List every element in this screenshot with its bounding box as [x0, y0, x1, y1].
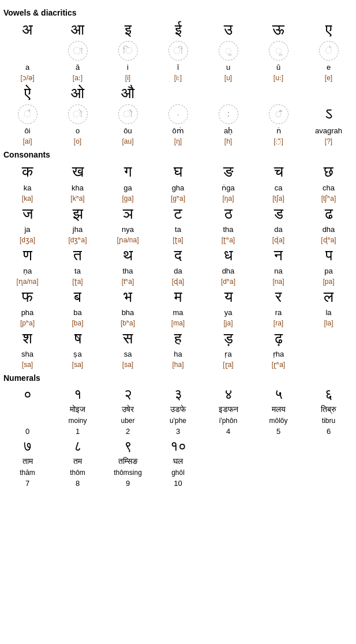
- vowel-roman: ṅ: [253, 125, 303, 136]
- consonant-row-3-dev: ण त थ द ध न प: [2, 245, 354, 265]
- consonant-row-2-phonetic: [dʒa] [dʒʰa] [ɲa/na] [ʈa] [ʈʰa] [ɖa] [ɖʰ…: [2, 235, 354, 245]
- vowel-cell: ए: [303, 20, 354, 40]
- vowel-row-2-dev: ऐ ओ औ: [2, 83, 354, 103]
- vowel-roman: a: [2, 62, 53, 73]
- vowels-section: Vowels & diacritics अ आ इ ई उ ऊ ए া ि ी …: [2, 8, 354, 147]
- vowel-diacritic: ू: [253, 40, 303, 62]
- vowel-diacritic: ै: [2, 103, 53, 125]
- vowel-phonetic: [u]: [203, 73, 253, 83]
- vowel-diacritic: ु: [203, 40, 253, 62]
- consonant-row-2-dev: ज झ ञ ट ठ ड ढ: [2, 204, 354, 224]
- vowel-cell: ओ: [53, 83, 103, 103]
- vowel-diacritic: ऽ: [303, 103, 354, 125]
- vowel-phonetic: [ai]: [2, 136, 53, 147]
- vowel-roman: ī: [153, 62, 203, 73]
- vowel-cell: इ: [103, 20, 153, 40]
- vowel-roman: ā: [53, 62, 103, 73]
- vowel-row-1-diac: া ि ी ु ू े: [2, 40, 354, 62]
- vowel-diacritic: ∶: [203, 103, 253, 125]
- consonants-table: क ख ग घ ङ च छ ka kha ga gha ṅga ca cha […: [2, 162, 354, 370]
- consonant-row-1-dev: क ख ग घ ङ च छ: [2, 162, 354, 182]
- vowel-cell: [303, 83, 354, 103]
- numeral-row-1-word-dev: मोइज उषेर उडफे इडफन मलय तिब्रु: [2, 403, 354, 415]
- vowel-cell: [203, 83, 253, 103]
- consonant-row-1-phonetic: [ka] [kʰa] [ga] [gʰa] [ŋa] [tʃa] [tʃʰa]: [2, 193, 354, 204]
- vowel-phonetic: [e]: [303, 73, 354, 83]
- vowel-diacritic: ो: [53, 103, 103, 125]
- numerals-section: Numerals ० १ २ ३ ४ ५ ६ मोइज उषेर उडफे इड…: [2, 373, 354, 489]
- vowels-title: Vowels & diacritics: [3, 8, 354, 17]
- vowel-row-2-phonetic: [ai] [o] [au] [ŋ] [h] [◌̃] [?]: [2, 136, 354, 147]
- vowel-row-1-roman: a ā i ī u ū e: [2, 62, 354, 73]
- vowel-cell: ई: [153, 20, 203, 40]
- vowel-roman: o: [53, 125, 103, 136]
- consonant-row-2-roman: ja jha nya ta tha da dha: [2, 224, 354, 235]
- vowel-row-1-dev: अ आ इ ई उ ऊ ए: [2, 20, 354, 40]
- vowel-roman: aḥ: [203, 125, 253, 136]
- vowel-cell: ऊ: [253, 20, 303, 40]
- vowel-phonetic: [ɔ/ə]: [2, 73, 53, 83]
- vowel-roman: ôṁ: [153, 125, 203, 136]
- vowel-cell: अ: [2, 20, 53, 40]
- vowel-phonetic: [i]: [103, 73, 153, 83]
- numeral-row-2-word-dev: ताम तम तम्सिङ घल: [2, 455, 354, 467]
- numeral-row-1-digit: 0 1 2 3 4 5 6: [2, 426, 354, 437]
- vowel-cell: औ: [103, 83, 153, 103]
- vowel-diacritic: ·: [153, 103, 203, 125]
- vowel-diacritic: ँ: [253, 103, 303, 125]
- consonants-title: Consonants: [3, 150, 354, 159]
- numeral-row-2-word-roman: thām thôm thômsing ghôl: [2, 467, 354, 478]
- consonant-row-5-dev: श ष स ह ड़ ढ़: [2, 328, 354, 349]
- vowel-diacritic: े: [303, 40, 354, 62]
- vowel-row-2-roman: ôi o ôu ôṁ aḥ ṅ avagrah: [2, 125, 354, 136]
- vowel-cell: [153, 83, 203, 103]
- vowel-phonetic: [o]: [53, 136, 103, 147]
- vowels-table: अ आ इ ई उ ऊ ए া ि ी ु ू े a ā i ī u ū e: [2, 20, 354, 147]
- numeral-row-1-dev: ० १ २ ३ ४ ५ ६: [2, 385, 354, 403]
- vowel-phonetic: [iː]: [153, 73, 203, 83]
- numerals-title: Numerals: [3, 373, 354, 383]
- vowel-roman: ū: [253, 62, 303, 73]
- vowel-phonetic: [h]: [203, 136, 253, 147]
- vowel-phonetic: [ŋ]: [153, 136, 203, 147]
- consonant-row-3-phonetic: [ɳa/na] [ʈa] [tʰa] [ɖa] [dʰa] [na] [pa]: [2, 276, 354, 287]
- numeral-row-2-dev: ७ ८ ९ १०: [2, 437, 354, 455]
- vowel-row-2-diac: ै ो ौ · ∶ ँ ऽ: [2, 103, 354, 125]
- vowel-phonetic: [◌̃]: [253, 136, 303, 147]
- vowel-diacritic: ि: [103, 40, 153, 62]
- consonant-row-3-roman: ṇa ta tha da dha na pa: [2, 265, 354, 276]
- vowel-diacritic: া: [53, 40, 103, 62]
- vowel-phonetic: [au]: [103, 136, 153, 147]
- consonant-row-4-phonetic: [pʰa] [ba] [bʰa] [ma] [ja] [ra] [la]: [2, 318, 354, 328]
- consonant-row-5-phonetic: [sa] [sa] [sa] [ha] [ɽa] [ɽʰa]: [2, 360, 354, 370]
- vowel-diacritic: [2, 40, 53, 62]
- vowel-row-1-phonetic: [ɔ/ə] [aː] [i] [iː] [u] [uː] [e]: [2, 73, 354, 83]
- vowel-cell: [253, 83, 303, 103]
- numerals-table: ० १ २ ३ ४ ५ ६ मोइज उषेर उडफे इडफन मलय ति…: [2, 385, 354, 489]
- consonant-row-1-roman: ka kha ga gha ṅga ca cha: [2, 182, 354, 193]
- numeral-row-2-digit: 7 8 9 10: [2, 478, 354, 489]
- vowel-cell: उ: [203, 20, 253, 40]
- consonant-row-5-roman: sha ṣa sa ha ṛa ṛha: [2, 349, 354, 360]
- consonants-section: Consonants क ख ग घ ङ च छ ka kha ga gha ṅ…: [2, 150, 354, 370]
- consonant-row-4-roman: pha ba bha ma ya ra la: [2, 307, 354, 318]
- numeral-row-1-word-roman: moiny uber u'phe i'phôn môlôy tibru: [2, 415, 354, 426]
- vowel-roman: i: [103, 62, 153, 73]
- vowel-phonetic: [uː]: [253, 73, 303, 83]
- vowel-roman: ôi: [2, 125, 53, 136]
- vowel-roman: u: [203, 62, 253, 73]
- vowel-phonetic: [aː]: [53, 73, 103, 83]
- consonant-row-4-dev: फ ब भ म य र ल: [2, 287, 354, 307]
- vowel-phonetic: [?]: [303, 136, 354, 147]
- vowel-roman: e: [303, 62, 354, 73]
- vowel-cell: आ: [53, 20, 103, 40]
- vowel-roman: avagrah: [303, 125, 354, 136]
- vowel-roman: ôu: [103, 125, 153, 136]
- vowel-cell: ऐ: [2, 83, 53, 103]
- vowel-diacritic: ी: [153, 40, 203, 62]
- vowel-diacritic: ौ: [103, 103, 153, 125]
